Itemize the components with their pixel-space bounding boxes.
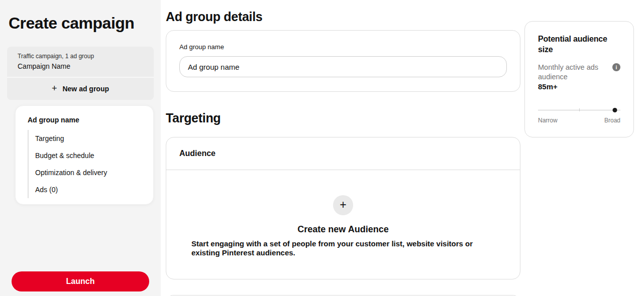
sidebar-item-budget-schedule[interactable]: Budget & schedule <box>35 147 141 164</box>
page-title: Create campaign <box>9 13 153 34</box>
new-ad-group-button[interactable]: + New ad group <box>7 78 154 100</box>
sidebar-item-ads[interactable]: Ads (0) <box>35 181 141 198</box>
audience-metric-row: Monthly active ads audience i <box>538 63 620 81</box>
main-content: Ad group details Ad group name Targeting… <box>166 0 520 296</box>
ad-group-card: Ad group name Targeting Budget & schedul… <box>15 105 154 205</box>
targeting-heading: Targeting <box>166 111 520 125</box>
audience-size-slider <box>538 108 620 112</box>
create-audience-description: Start engaging with a set of people from… <box>191 239 495 258</box>
ad-group-nav: Targeting Budget & schedule Optimization… <box>28 130 141 198</box>
plus-icon: + <box>340 199 346 211</box>
create-audience-plus-button[interactable]: + <box>333 195 353 215</box>
slider-midpoint-tick <box>579 108 580 111</box>
campaign-subtitle: Traffic campaign, 1 ad group <box>18 53 143 60</box>
audience-card: Audience + Create new Audience Start eng… <box>166 137 520 279</box>
slider-label-broad: Broad <box>604 117 620 124</box>
audience-panel-title: Potential audience size <box>538 34 620 55</box>
ad-group-name-label: Ad group name <box>179 43 507 51</box>
audience-metric-value: 85m+ <box>538 82 620 91</box>
ad-group-name-input[interactable] <box>179 56 507 77</box>
potential-audience-panel: Potential audience size Monthly active a… <box>524 21 634 137</box>
audience-metric-label: Monthly active ads audience <box>538 63 609 81</box>
audience-card-header: Audience <box>166 137 520 170</box>
sidebar-item-targeting[interactable]: Targeting <box>35 130 141 147</box>
ad-group-details-heading: Ad group details <box>166 10 520 24</box>
audience-card-body: + Create new Audience Start engaging wit… <box>166 170 520 279</box>
ad-group-card-title[interactable]: Ad group name <box>28 116 141 124</box>
create-audience-title[interactable]: Create new Audience <box>191 224 495 235</box>
new-ad-group-label: New ad group <box>62 85 109 93</box>
sidebar: Create campaign Traffic campaign, 1 ad g… <box>0 0 161 296</box>
sidebar-item-optimization-delivery[interactable]: Optimization & delivery <box>35 164 141 181</box>
campaign-info[interactable]: Traffic campaign, 1 ad group Campaign Na… <box>7 47 154 77</box>
plus-icon: + <box>52 84 57 93</box>
slider-labels: Narrow Broad <box>538 117 620 124</box>
info-icon[interactable]: i <box>612 63 620 71</box>
ad-group-details-card: Ad group name <box>166 30 520 92</box>
campaign-card[interactable]: Traffic campaign, 1 ad group Campaign Na… <box>7 47 154 100</box>
launch-button[interactable]: Launch <box>12 271 149 291</box>
slider-dot <box>612 108 617 112</box>
campaign-name: Campaign Name <box>18 62 143 70</box>
slider-label-narrow: Narrow <box>538 117 558 124</box>
